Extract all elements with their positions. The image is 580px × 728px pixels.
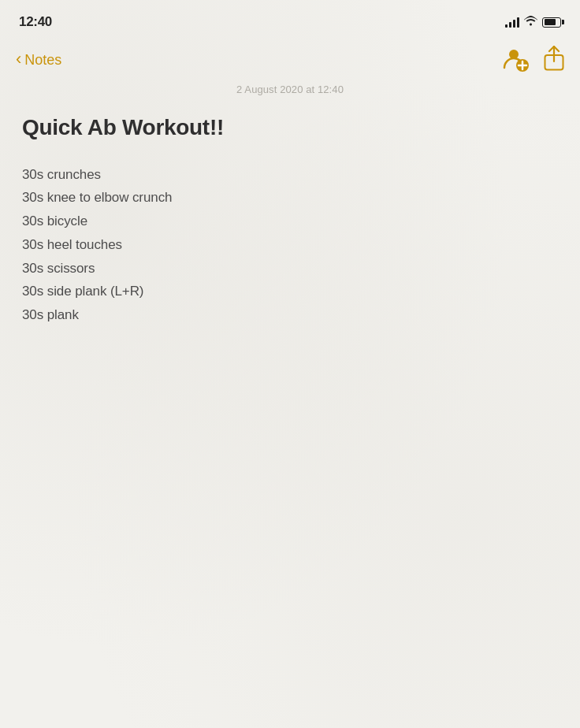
list-item: 30s plank <box>22 303 558 327</box>
back-chevron-icon: ‹ <box>16 50 21 68</box>
add-person-icon[interactable] <box>501 44 530 76</box>
share-icon[interactable] <box>544 46 564 74</box>
wifi-icon <box>524 16 537 28</box>
status-icons <box>505 16 561 28</box>
list-item: 30s knee to elbow crunch <box>22 186 558 210</box>
back-label: Notes <box>24 52 61 69</box>
list-item: 30s bicycle <box>22 210 558 233</box>
battery-icon <box>542 17 561 28</box>
list-item: 30s side plank (L+R) <box>22 280 558 303</box>
list-item: 30s crunches <box>22 163 558 187</box>
note-content: Quick Ab Workout!! 30s crunches30s knee … <box>0 108 580 343</box>
status-time: 12:40 <box>19 14 52 30</box>
note-body: 30s crunches30s knee to elbow crunch30s … <box>22 163 558 327</box>
date-watermark: 2 August 2020 at 12:40 <box>0 84 580 95</box>
list-item: 30s heel touches <box>22 233 558 257</box>
nav-actions <box>501 44 564 76</box>
nav-bar: ‹ Notes <box>0 39 580 84</box>
status-bar: 12:40 <box>0 0 580 39</box>
back-button[interactable]: ‹ Notes <box>16 52 61 69</box>
list-item: 30s scissors <box>22 257 558 280</box>
note-title: Quick Ab Workout!! <box>22 114 558 141</box>
signal-bars-icon <box>505 17 519 28</box>
